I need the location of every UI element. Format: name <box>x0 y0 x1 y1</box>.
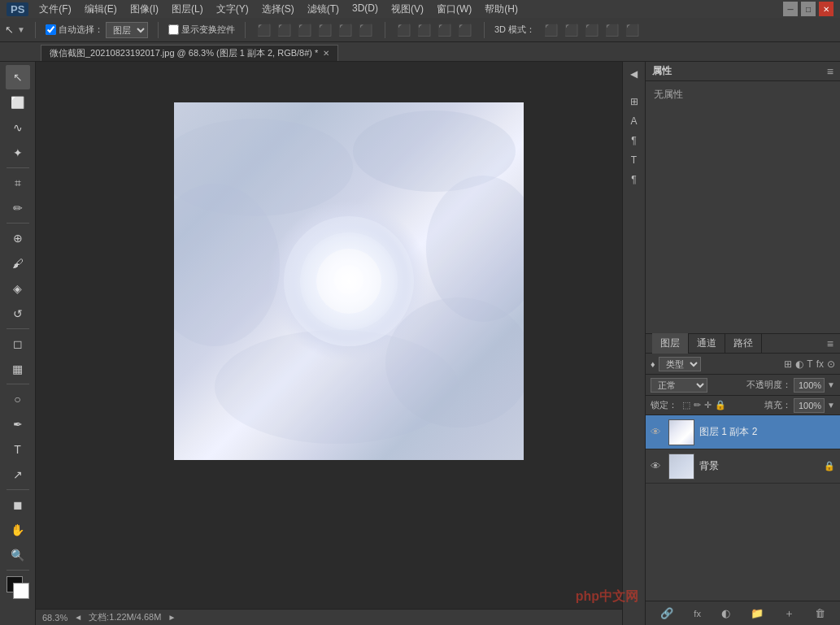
text-tool-icon[interactable]: T <box>625 151 643 169</box>
menu-text[interactable]: 文字(Y) <box>211 1 255 18</box>
lock-paint-icon[interactable]: ✏ <box>694 400 701 410</box>
align-icon-3[interactable]: ⬛ <box>296 21 314 39</box>
menu-help[interactable]: 帮助(H) <box>479 1 524 18</box>
tool-brush[interactable]: 🖌 <box>6 251 30 276</box>
layer-item-0[interactable]: 👁 图层 1 副本 2 <box>646 415 840 449</box>
tool-zoom[interactable]: 🔍 <box>6 543 30 567</box>
canvas-viewport[interactable] <box>36 62 622 609</box>
dist-icon-3[interactable]: ⬛ <box>436 21 454 39</box>
layer-item-1[interactable]: 👁 背景 🔒 <box>646 449 840 484</box>
3d-icon-2[interactable]: ⬛ <box>562 21 580 39</box>
layer-0-visibility-icon[interactable]: 👁 <box>651 426 664 438</box>
document-tab[interactable]: 微信截图_20210823192017.jpg @ 68.3% (图层 1 副本… <box>41 45 338 61</box>
lock-all-icon[interactable]: 🔒 <box>715 400 726 410</box>
background-color[interactable] <box>13 583 29 599</box>
tool-heal[interactable]: ⊕ <box>6 226 30 250</box>
fill-input[interactable] <box>794 398 825 413</box>
menu-bar[interactable]: 文件(F) 编辑(E) 图像(I) 图层(L) 文字(Y) 选择(S) 滤镜(T… <box>33 1 524 18</box>
filter-icon-5[interactable]: ⊙ <box>827 358 835 370</box>
lock-transparent-icon[interactable]: ⬚ <box>682 400 690 410</box>
align-icon-6[interactable]: ⬛ <box>357 21 375 39</box>
character-icon[interactable]: A <box>625 112 643 130</box>
tool-eyedropper[interactable]: ✏ <box>6 196 30 220</box>
menu-layer[interactable]: 图层(L) <box>166 1 209 18</box>
3d-icon-4[interactable]: ⬛ <box>603 21 620 39</box>
footer-delete-icon[interactable]: 🗑 <box>815 607 825 619</box>
3d-icon-5[interactable]: ⬛ <box>623 21 641 39</box>
menu-edit[interactable]: 编辑(E) <box>79 1 123 18</box>
tool-gradient[interactable]: ▦ <box>6 357 30 381</box>
filter-type-select[interactable]: 类型 <box>659 357 701 371</box>
fill-dropdown-icon[interactable]: ▼ <box>827 401 835 410</box>
tool-path-selection[interactable]: ↗ <box>6 462 30 487</box>
align-icon-5[interactable]: ⬛ <box>337 21 355 39</box>
tool-eraser[interactable]: ◻ <box>6 332 30 356</box>
doc-size: 文档:1.22M/4.68M <box>89 611 161 623</box>
align-icon-1[interactable]: ⬛ <box>255 21 273 39</box>
tool-type[interactable]: T <box>6 437 30 462</box>
footer-group-icon[interactable]: 📁 <box>751 607 764 619</box>
footer-link-icon[interactable]: 🔗 <box>660 607 673 619</box>
footer-adjustment-icon[interactable]: ◐ <box>721 607 730 619</box>
status-left-arrow[interactable]: ◄ <box>74 613 82 622</box>
layer-type-select[interactable]: 图层 <box>106 22 148 38</box>
menu-window[interactable]: 窗口(W) <box>431 1 477 18</box>
lock-move-icon[interactable]: ✛ <box>704 400 712 410</box>
status-right-arrow[interactable]: ► <box>168 613 176 622</box>
toolbox-div-6 <box>7 570 29 571</box>
layer-1-visibility-icon[interactable]: 👁 <box>651 460 664 472</box>
paragraph-icon[interactable]: ¶ <box>625 132 643 150</box>
auto-select-checkbox[interactable] <box>46 24 56 35</box>
dist-icon-4[interactable]: ⬛ <box>456 21 474 39</box>
opacity-input[interactable] <box>794 378 825 393</box>
properties-icon[interactable]: ⊞ <box>625 93 643 111</box>
layers-options-button[interactable]: ≡ <box>827 337 833 350</box>
blend-opacity-row: 正常 不透明度： ▼ <box>646 375 840 396</box>
tool-dodge[interactable]: ○ <box>6 387 30 411</box>
properties-options-button[interactable]: ≡ <box>827 65 833 78</box>
menu-file[interactable]: 文件(F) <box>33 1 76 18</box>
align-icon-2[interactable]: ⬛ <box>276 21 294 39</box>
tab-paths[interactable]: 路径 <box>725 333 762 354</box>
menu-view[interactable]: 视图(V) <box>385 1 429 18</box>
menu-image[interactable]: 图像(I) <box>124 1 164 18</box>
filter-icon-2[interactable]: ◐ <box>795 358 803 370</box>
3d-icon-3[interactable]: ⬛ <box>582 21 600 39</box>
tool-crop[interactable]: ⌗ <box>6 171 30 195</box>
tool-marquee[interactable]: ⬜ <box>6 90 30 115</box>
menu-3d[interactable]: 3D(D) <box>346 1 384 18</box>
tool-clone[interactable]: ◈ <box>6 276 30 301</box>
layer-0-thumbnail <box>668 419 694 445</box>
align-icon-4[interactable]: ⬛ <box>316 21 334 39</box>
tool-magic-wand[interactable]: ✦ <box>6 141 30 165</box>
tool-history[interactable]: ↺ <box>6 302 30 326</box>
filter-icon-3[interactable]: T <box>807 358 812 370</box>
close-button[interactable]: ✕ <box>819 2 833 16</box>
menu-select[interactable]: 选择(S) <box>256 1 300 18</box>
maximize-button[interactable]: □ <box>801 2 816 16</box>
opacity-dropdown-icon[interactable]: ▼ <box>827 380 835 389</box>
tab-close-button[interactable]: ✕ <box>323 49 329 58</box>
blend-mode-select[interactable]: 正常 <box>651 378 707 393</box>
dist-icon-2[interactable]: ⬛ <box>416 21 433 39</box>
tab-channels[interactable]: 通道 <box>689 333 725 354</box>
color-swatches[interactable] <box>7 576 29 599</box>
minimize-button[interactable]: ─ <box>783 2 798 16</box>
filter-icon-4[interactable]: fx <box>816 358 824 370</box>
filter-icon-1[interactable]: ⊞ <box>784 358 792 370</box>
pilcrow-icon[interactable]: ¶ <box>625 171 643 189</box>
tool-lasso[interactable]: ∿ <box>6 115 30 140</box>
dist-icon-1[interactable]: ⬛ <box>395 21 413 39</box>
tool-shape[interactable]: ◼ <box>6 493 30 517</box>
tool-hand[interactable]: ✋ <box>6 518 30 542</box>
tool-move[interactable]: ↖ <box>6 65 30 89</box>
3d-icon-1[interactable]: ⬛ <box>542 21 559 39</box>
transform-checkbox[interactable] <box>168 24 179 35</box>
tab-layers[interactable]: 图层 <box>652 333 689 354</box>
panel-toggle-icon[interactable]: ◀ <box>625 65 643 83</box>
footer-new-layer-icon[interactable]: ＋ <box>784 606 794 621</box>
menu-filter[interactable]: 滤镜(T) <box>302 1 345 18</box>
window-controls[interactable]: ─ □ ✕ <box>783 2 833 16</box>
tool-pen[interactable]: ✒ <box>6 412 30 436</box>
footer-fx-icon[interactable]: fx <box>694 609 701 618</box>
